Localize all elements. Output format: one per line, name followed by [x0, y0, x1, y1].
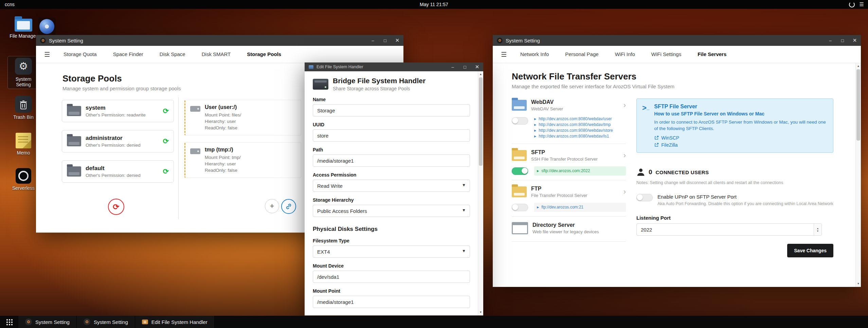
tab-network-info[interactable]: Network Info — [512, 46, 557, 63]
storage-pool-row-system[interactable]: system Other's Permission: readwrite ⟳ — [62, 100, 174, 122]
storage-pool-row-administrator[interactable]: administrator Other's Permission: denied… — [62, 130, 174, 152]
minimize-button[interactable]: – — [824, 35, 836, 46]
titlebar[interactable]: ⚙ System Setting – □ ✕ — [493, 35, 861, 46]
sftp-toggle[interactable] — [512, 167, 528, 175]
storage-hierarchy-select[interactable] — [313, 205, 470, 217]
tab-disk-smart[interactable]: Disk SMART — [194, 46, 239, 63]
sync-pool-icon[interactable]: ⟳ — [163, 137, 169, 145]
tab-space-finder[interactable]: Space Finder — [105, 46, 151, 63]
scroll-up-icon[interactable]: ▲ — [478, 72, 483, 77]
webdav-toggle[interactable] — [512, 117, 528, 125]
server-row-directory[interactable]: Directory Server Web file viewer for leg… — [512, 219, 626, 237]
server-row-webdav[interactable]: WebDAV WebDAV Server › — [512, 96, 626, 114]
file-manager-icon — [15, 19, 32, 32]
tab-disk-space[interactable]: Disk Space — [151, 46, 194, 63]
upnp-toggle[interactable] — [636, 194, 653, 201]
sftp-link[interactable]: ▶sftp://dev.arozos.com:2022 — [537, 168, 623, 174]
sync-pool-icon[interactable]: ⟳ — [163, 107, 169, 115]
ftp-toggle[interactable] — [512, 204, 528, 211]
maximize-button[interactable]: □ — [459, 62, 471, 71]
webdav-link[interactable]: ▶http://dev.arozos.com:8080/webdav/tmp — [534, 122, 626, 128]
maximize-button[interactable]: □ — [836, 35, 849, 46]
tab-storage-pools[interactable]: Storage Pools — [239, 46, 289, 63]
fsh-row-user[interactable]: User (user:/) Mount Point: files/ Hierar… — [184, 100, 301, 135]
winscp-link[interactable]: WinSCP — [654, 135, 828, 141]
hamburger-icon[interactable]: ☰ — [44, 51, 50, 58]
desktop-icon-serverless[interactable]: Serverless — [8, 166, 39, 192]
edit-fsh-content: Bridge File System Handler Share Storage… — [305, 71, 483, 315]
close-button[interactable]: ✕ — [391, 35, 403, 46]
titlebar[interactable]: Edit File System Handler – □ ✕ — [305, 62, 483, 71]
webdav-link[interactable]: ▶http://dev.arozos.com:8080/webdav/ls1 — [534, 133, 626, 139]
pool-permission: Other's Permission: denied — [86, 143, 141, 148]
scroll-up-icon[interactable]: ▲ — [856, 64, 861, 69]
tab-wifi-settings[interactable]: WiFi Settings — [643, 46, 689, 63]
number-spinner[interactable]: ▲▼ — [814, 224, 821, 235]
tab-wifi-info[interactable]: WiFi Info — [607, 46, 643, 63]
minimize-button[interactable]: – — [367, 35, 379, 46]
taskbar-item-system-setting-2[interactable]: ⚙ System Setting — [77, 316, 135, 328]
desktop-icon-memo[interactable]: Memo — [8, 130, 39, 157]
desktop-icon-trash-bin[interactable]: Trash Bin — [8, 94, 39, 121]
pool-permission: Other's Permission: readwrite — [86, 112, 146, 117]
desktop-icon-system-setting[interactable]: ⚙ System Setting — [8, 56, 39, 89]
filezilla-link[interactable]: FileZilla — [654, 142, 828, 148]
refresh-pools-button[interactable]: ⟳ — [108, 199, 124, 215]
ftp-folder-icon — [512, 186, 527, 197]
hamburger-icon[interactable]: ☰ — [501, 51, 507, 58]
storage-pool-row-default[interactable]: default Other's Permission: denied ⟳ — [62, 160, 174, 183]
fsh-row-tmp[interactable]: tmp (tmp:/) Mount Point: tmp/ Hierarchy:… — [184, 142, 301, 178]
app-launcher-button[interactable] — [0, 316, 18, 328]
fsh-mount-point: Mount Point: files/ — [205, 112, 241, 118]
close-button[interactable]: ✕ — [849, 35, 861, 46]
server-name: WebDAV — [531, 99, 563, 105]
scrollbar-thumb[interactable] — [479, 77, 483, 166]
menu-icon[interactable]: ☰ — [860, 1, 864, 7]
close-button[interactable]: ✕ — [471, 62, 483, 71]
add-fsh-button[interactable]: + — [265, 199, 279, 213]
server-row-ftp[interactable]: FTP File Transfer Protocol Server › — [512, 182, 626, 201]
webdav-link[interactable]: ▶http://dev.arozos.com:8080/webdav/user — [534, 116, 626, 122]
mount-point-label: Mount Point — [313, 288, 470, 294]
uuid-input[interactable] — [313, 129, 470, 142]
webdav-link[interactable]: ▶http://dev.arozos.com:8080/webdav/store — [534, 128, 626, 133]
mount-device-input[interactable] — [313, 271, 470, 283]
path-input[interactable] — [313, 154, 470, 167]
server-row-sftp[interactable]: SFTP SSH File Transfer Protocol Server › — [512, 146, 626, 164]
save-changes-button[interactable]: Save Changes — [787, 244, 833, 257]
drive-icon — [190, 148, 200, 154]
sync-pool-icon[interactable]: ⟳ — [163, 167, 169, 176]
taskbar-item-edit-fsh[interactable]: ▤ Edit File System Handler — [135, 316, 215, 328]
access-permission-select[interactable] — [313, 180, 470, 192]
ftp-link[interactable]: ▶ftp://dev.arozos.com:21 — [537, 204, 623, 210]
taskbar-item-system-setting-1[interactable]: ⚙ System Setting — [18, 316, 77, 328]
maximize-button[interactable]: □ — [379, 35, 391, 46]
sync-status-icon[interactable] — [849, 2, 855, 7]
desktop-icon-label: Trash Bin — [8, 114, 39, 120]
upnp-setting-row: Enable UPnP on SFTP Server Port Aka Auto… — [636, 194, 833, 207]
fsh-app-icon — [309, 65, 313, 69]
desktop-icon-disc[interactable] — [38, 18, 56, 35]
desktop-icon-file-manager[interactable]: File Manager — [8, 14, 39, 40]
minimize-button[interactable]: – — [447, 62, 459, 71]
bridge-fsh-button[interactable] — [281, 199, 296, 214]
titlebar[interactable]: ⚙ System Setting – □ ✕ — [36, 35, 403, 46]
scrollbar-thumb[interactable] — [856, 69, 860, 141]
chevron-right-icon[interactable]: › — [623, 102, 626, 109]
tab-storage-quota[interactable]: Storage Quota — [55, 46, 105, 63]
trash-icon — [15, 96, 32, 113]
scrollbar[interactable]: ▲ ▼ — [855, 63, 861, 287]
memo-icon — [16, 133, 31, 148]
chevron-right-icon[interactable]: › — [623, 152, 626, 159]
listening-port-input[interactable] — [636, 223, 822, 236]
scroll-down-icon[interactable]: ▼ — [478, 310, 483, 315]
chevron-right-icon[interactable]: › — [623, 188, 626, 196]
scroll-down-icon[interactable]: ▼ — [856, 281, 861, 286]
name-input[interactable] — [313, 104, 470, 116]
scrollbar[interactable]: ▲ ▼ — [478, 71, 483, 315]
desktop-wallpaper: ccns May 11 21:57 ☰ File Manager ⚙ Syste… — [0, 0, 868, 328]
tab-file-servers[interactable]: File Servers — [689, 46, 735, 63]
filesystem-type-select[interactable] — [313, 245, 470, 258]
mount-point-input[interactable] — [313, 296, 470, 308]
tab-personal-page[interactable]: Personal Page — [557, 46, 607, 63]
